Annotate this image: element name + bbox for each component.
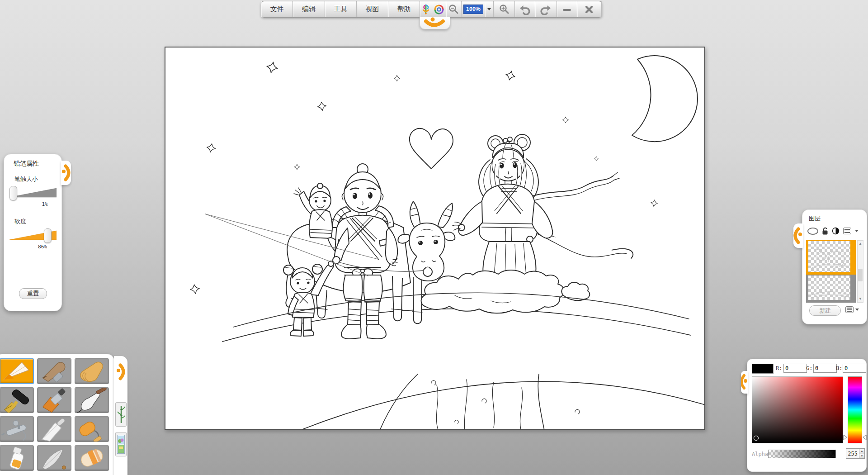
pencil-panel-handle[interactable] (61, 161, 71, 185)
red-input[interactable] (783, 364, 807, 373)
spin-up-icon[interactable]: ▲ (859, 449, 864, 454)
undo-button[interactable] (515, 1, 535, 17)
menu-help-label: 帮助 (397, 5, 411, 14)
palette-knife-icon (38, 416, 71, 442)
pencil-icon (0, 358, 33, 384)
hue-marker-left[interactable] (843, 434, 847, 440)
zoom-out-button[interactable] (446, 1, 462, 17)
color-picker-panel: R: G: B: Alpha 255 ▲ ▼ (747, 359, 867, 472)
red-label: R: (776, 365, 782, 371)
layer-scrollbar[interactable]: ▲ ▼ (857, 240, 863, 303)
saturation-value-picker[interactable] (752, 376, 843, 443)
reset-button[interactable]: 重置 (19, 288, 47, 299)
picture-stamp-tab[interactable] (115, 432, 127, 456)
layers-panel: 图层 (802, 209, 867, 324)
picture-icon (117, 435, 125, 454)
color-panel-handle[interactable] (741, 371, 748, 394)
main-toolbar: 文件 编辑 工具 视图 帮助 (261, 1, 602, 18)
spin-down-icon[interactable]: ▼ (859, 454, 864, 459)
scrollbar-thumb[interactable] (858, 269, 863, 281)
toolbar-smiley-handle[interactable] (420, 17, 450, 29)
zoom-in-icon (499, 4, 509, 15)
tool-flat-brush[interactable] (37, 387, 71, 413)
zoom-level-dropdown[interactable] (485, 1, 494, 17)
minimize-button[interactable] (557, 1, 577, 17)
alpha-spinner[interactable]: 255 ▲ ▼ (846, 448, 865, 459)
tool-palette-knife[interactable] (37, 416, 71, 442)
tool-quill[interactable] (37, 445, 71, 471)
sv-picker-marker[interactable] (754, 436, 759, 441)
brush-tool-grid (0, 358, 109, 471)
gallery-logo-icon[interactable] (434, 4, 444, 15)
opacity-icon[interactable] (832, 227, 840, 235)
hue-bar[interactable] (848, 376, 862, 443)
airbrush-icon (0, 416, 33, 442)
brush-size-slider[interactable] (9, 186, 57, 200)
unlock-icon[interactable] (822, 227, 828, 235)
redo-button[interactable] (535, 1, 557, 17)
menu-edit[interactable]: 编辑 (293, 1, 325, 17)
pencil-panel-title: 铅笔属性 (14, 160, 39, 168)
new-layer-button[interactable]: 新建 (809, 305, 841, 316)
quill-icon (38, 445, 71, 471)
smiley-icon (61, 161, 71, 185)
alpha-slider[interactable] (768, 450, 836, 458)
alpha-value: 255 (846, 451, 859, 457)
softness-slider-handle[interactable] (44, 228, 52, 243)
brush-size-value: 1% (36, 201, 54, 207)
eraser-icon (75, 445, 108, 471)
layers-panel-title: 图层 (809, 214, 821, 223)
redo-icon (540, 4, 552, 15)
green-input[interactable] (813, 364, 837, 373)
scroll-down-icon[interactable]: ▼ (858, 297, 863, 301)
menu-help[interactable]: 帮助 (388, 1, 420, 17)
softness-label: 软度 (14, 218, 26, 226)
zoom-level-field[interactable]: 100% (462, 1, 485, 17)
tool-crayon[interactable] (75, 358, 109, 384)
zoom-in-button[interactable] (494, 1, 515, 17)
flat-brush-icon (38, 387, 71, 413)
tool-ink-brush[interactable] (75, 387, 109, 413)
menu-view[interactable]: 视图 (357, 1, 388, 17)
layer-menu-icon[interactable] (843, 228, 851, 234)
tool-airbrush[interactable] (0, 416, 34, 442)
tool-fountain-pen[interactable] (0, 387, 34, 413)
tool-paint-bottle[interactable] (0, 445, 34, 471)
layer-bottom-menu (845, 306, 859, 313)
tool-paint-roller[interactable] (75, 416, 109, 442)
menu-view-label: 视图 (365, 5, 379, 14)
chevron-down-icon[interactable] (855, 309, 859, 311)
milky-way-river (300, 374, 704, 429)
brush-size-label: 笔触大小 (14, 175, 38, 183)
charcoal-icon (38, 358, 71, 384)
green-label: G: (806, 365, 812, 371)
blue-input[interactable] (843, 364, 866, 373)
spinner-arrows: ▲ ▼ (859, 449, 864, 458)
bamboo-stamp-tab[interactable] (115, 402, 127, 427)
hue-marker-right[interactable] (863, 434, 867, 440)
drawing-canvas[interactable] (165, 47, 705, 430)
layer-thumbnail[interactable] (806, 275, 856, 303)
tool-eraser[interactable] (75, 445, 109, 471)
menu-file[interactable]: 文件 (261, 1, 293, 17)
scroll-up-icon[interactable]: ▲ (858, 242, 863, 246)
heart (410, 128, 453, 169)
layer-menu-icon[interactable] (845, 306, 854, 313)
visibility-ellipse-icon[interactable] (807, 228, 818, 235)
tool-charcoal[interactable] (37, 358, 71, 384)
menu-tools[interactable]: 工具 (325, 1, 357, 17)
tool-pencil[interactable] (0, 358, 34, 384)
softness-slider[interactable] (9, 228, 57, 242)
close-button[interactable] (577, 1, 602, 17)
chevron-down-icon (487, 8, 491, 10)
brush-size-slider-handle[interactable] (9, 186, 17, 200)
chevron-down-icon[interactable] (855, 230, 859, 232)
layer-thumbnail-selected[interactable] (806, 240, 856, 275)
alpha-slider-marker[interactable] (831, 454, 835, 457)
layer-sketch-preview (808, 241, 850, 272)
fun-logo-icon[interactable] (421, 4, 431, 15)
paint-bottle-icon (0, 445, 33, 471)
cowherd (333, 164, 398, 339)
brush-palette-side-strip (114, 356, 127, 475)
layers-panel-handle[interactable] (793, 223, 803, 248)
